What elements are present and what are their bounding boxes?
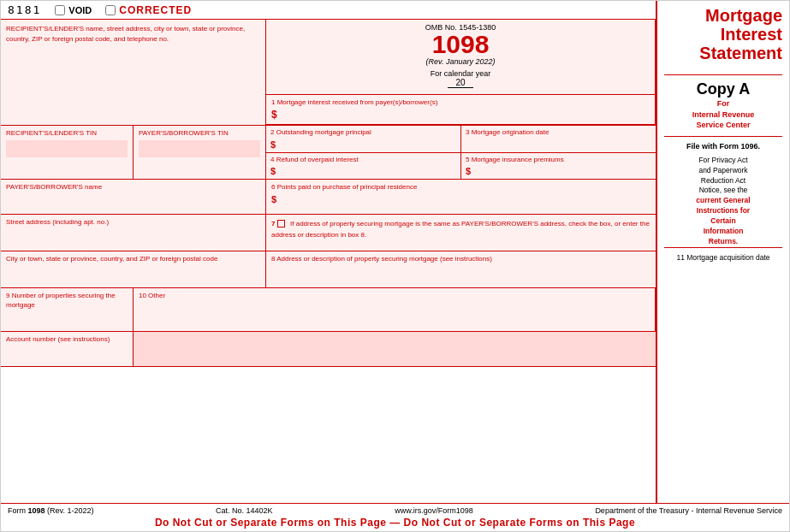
barcode: 8181 <box>8 3 41 16</box>
title-line2: Interest <box>664 25 782 44</box>
footer-donotcut: Do Not Cut or Separate Forms on This Pag… <box>8 517 782 529</box>
box1-section: 1 Mortgage interest received from payer(… <box>266 95 655 125</box>
box3-item: 3 Mortgage origination date <box>461 126 656 151</box>
irs-service-center: Internal RevenueService Center <box>692 110 755 130</box>
form-number: 1098 <box>273 32 648 57</box>
row2: RECIPIENT'S/LENDER'S TIN PAYER'S/BORROWE… <box>1 126 656 180</box>
void-checkbox[interactable] <box>55 5 65 15</box>
void-checkbox-item[interactable]: VOID <box>55 5 92 15</box>
street-label: Street address (including apt. no.) <box>6 218 260 226</box>
main-content: 8181 VOID CORRECTED RECIP <box>1 1 789 503</box>
boxes-right-2: 2 Outstanding mortgage principal $ 3 Mor… <box>266 126 656 179</box>
row4: Street address (including apt. no.) 7 If… <box>1 215 656 251</box>
city-block: City or town, state or province, country… <box>1 251 266 287</box>
props-block: 9 Number of properties securing the mort… <box>1 288 134 331</box>
calendar-year: 20 <box>448 78 473 88</box>
mort-date-label: 11 Mortgage acquisition date <box>671 253 775 263</box>
top-bar: 8181 VOID CORRECTED <box>1 1 656 20</box>
payer-tin-block: PAYER'S/BORROWER'S TIN <box>134 126 266 179</box>
recipient-tin-label: RECIPIENT'S/LENDER'S TIN <box>6 129 128 137</box>
copy-sub-label: For Internal RevenueService Center <box>664 98 782 131</box>
street-block: Street address (including apt. no.) <box>1 215 266 251</box>
box1-dollar: $ <box>271 109 650 121</box>
box2-label: 2 Outstanding mortgage principal <box>270 128 456 137</box>
right-panel: Mortgage Interest Statement Copy A For I… <box>656 1 789 503</box>
payer-tin-input[interactable] <box>139 140 260 157</box>
footer-top: Form 1098 (Rev. 1-2022) Cat. No. 14402K … <box>8 506 782 515</box>
file-with: File with Form 1096. <box>664 136 782 151</box>
box3-label: 3 Mortgage origination date <box>466 128 651 137</box>
copy-label: Copy A <box>664 80 782 98</box>
box8-section: 8 Address or description of property sec… <box>266 251 656 287</box>
box10-label: 10 Other <box>139 292 650 300</box>
void-label: VOID <box>68 5 92 15</box>
box6-label: 6 Points paid on purchase of principal r… <box>271 183 650 192</box>
omb-section: OMB No. 1545-1380 1098 (Rev. January 202… <box>266 20 655 95</box>
recipient-tin-block: RECIPIENT'S/LENDER'S TIN <box>1 126 134 179</box>
box5-dollar: $ <box>466 166 651 176</box>
box5-item: 5 Mortgage insurance premiums $ <box>461 153 656 179</box>
box2-dollar: $ <box>270 139 456 150</box>
copy-block: Copy A For Internal RevenueService Cente… <box>664 74 782 247</box>
row3: PAYER'S/BORROWER'S name 6 Points paid on… <box>1 180 656 215</box>
omb-form-block: OMB No. 1545-1380 1098 (Rev. January 202… <box>266 20 656 125</box>
box4-dollar: $ <box>270 166 456 176</box>
recipient-address-label: RECIPIENT'S/LENDER'S name, street addres… <box>6 25 245 43</box>
box2-item: 2 Outstanding mortgage principal $ <box>266 126 461 151</box>
row5: City or town, state or province, country… <box>1 251 656 288</box>
acct-input-area[interactable] <box>134 332 656 366</box>
box7-number: 7 <box>271 220 275 228</box>
checkbox-group: VOID CORRECTED <box>55 4 192 16</box>
acct-label: Account number (see instructions) <box>6 335 128 343</box>
footer-department: Department of the Treasury - Internal Re… <box>595 506 782 515</box>
other-block: 10 Other <box>134 288 656 331</box>
corrected-label: CORRECTED <box>119 4 192 16</box>
form-page: 8181 VOID CORRECTED RECIP <box>0 0 790 532</box>
row7: Account number (see instructions) <box>1 332 656 367</box>
borrower-name-block: PAYER'S/BORROWER'S name <box>1 180 266 214</box>
boxes-row-45: 4 Refund of overpaid interest $ 5 Mortga… <box>266 153 656 179</box>
row6: 9 Number of properties securing the mort… <box>1 288 656 332</box>
box7-section: 7 If address of property securing mortga… <box>266 215 656 251</box>
recipient-tin-input[interactable] <box>6 140 128 157</box>
mort-date-block: 11 Mortgage acquisition date <box>664 247 782 268</box>
privacy-block: For Privacy Actand PaperworkReduction Ac… <box>664 156 782 247</box>
calendar-section: For calendar year 20 <box>273 66 648 91</box>
box6-section: 6 Points paid on purchase of principal r… <box>266 180 656 214</box>
box6-dollar: $ <box>271 194 650 204</box>
form-area: 8181 VOID CORRECTED RECIP <box>1 1 656 503</box>
box8-label: 8 Address or description of property sec… <box>271 255 650 263</box>
title-line3: Statement <box>664 44 782 62</box>
footer-cat: Cat. No. 14402K <box>216 506 273 515</box>
corrected-checkbox[interactable] <box>105 5 116 15</box>
title-block: Mortgage Interest Statement <box>664 6 782 62</box>
box7-text: If address of property securing mortgage… <box>271 220 650 238</box>
payer-name-label: PAYER'S/BORROWER'S name <box>6 183 260 191</box>
boxes-row-23: 2 Outstanding mortgage principal $ 3 Mor… <box>266 126 656 152</box>
row1: RECIPIENT'S/LENDER'S name, street addres… <box>1 20 656 126</box>
footer-website: www.irs.gov/Form1098 <box>395 506 473 515</box>
form-body: RECIPIENT'S/LENDER'S name, street addres… <box>1 20 656 503</box>
city-label: City or town, state or province, country… <box>6 255 260 263</box>
form-rev: (Rev. January 2022) <box>273 57 648 66</box>
box9-label: 9 Number of properties securing the mort… <box>6 292 128 310</box>
recipient-address-block: RECIPIENT'S/LENDER'S name, street addres… <box>1 20 266 125</box>
box5-label: 5 Mortgage insurance premiums <box>466 156 651 164</box>
footer-form-info: Form 1098 (Rev. 1-2022) <box>8 506 93 515</box>
box7-checkbox[interactable] <box>277 220 285 228</box>
footer: Form 1098 (Rev. 1-2022) Cat. No. 14402K … <box>1 503 789 531</box>
box1-label: 1 Mortgage interest received from payer(… <box>271 98 650 107</box>
acct-block: Account number (see instructions) <box>1 332 134 366</box>
box4-label: 4 Refund of overpaid interest <box>270 156 456 164</box>
box4-item: 4 Refund of overpaid interest $ <box>266 153 461 179</box>
payer-tin-label: PAYER'S/BORROWER'S TIN <box>139 129 260 137</box>
calendar-label: For calendar year <box>431 69 491 78</box>
corrected-checkbox-item[interactable]: CORRECTED <box>105 4 192 16</box>
title-line1: Mortgage <box>664 6 782 25</box>
